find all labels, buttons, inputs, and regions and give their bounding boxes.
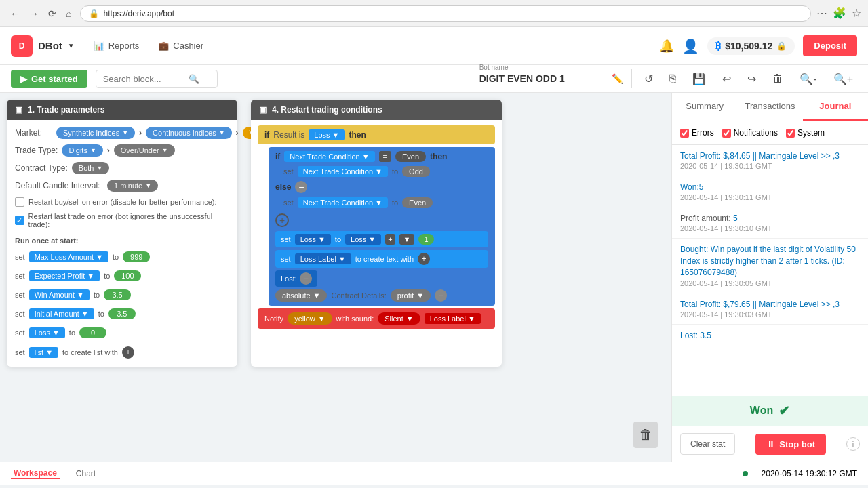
workspace-tab[interactable]: Workspace bbox=[11, 468, 60, 479]
next-trade-cond-odd-dropdown[interactable]: Next Trade Condition ▼ bbox=[298, 166, 388, 177]
notifications-filter[interactable]: Notifications bbox=[722, 128, 778, 138]
contract-remove-btn[interactable]: − bbox=[435, 289, 447, 302]
profit-dropdown[interactable]: profit ▼ bbox=[391, 289, 431, 302]
extensions-icon[interactable]: 🧩 bbox=[833, 7, 846, 20]
chevron-down-icon-12: ▼ bbox=[52, 329, 60, 337]
chevron-down-icon-6: ▼ bbox=[96, 165, 102, 171]
more-icon[interactable]: ⋯ bbox=[816, 7, 827, 20]
bought-link[interactable]: Bought: Win payout if the last digit of … bbox=[680, 245, 856, 277]
system-checkbox[interactable] bbox=[786, 129, 795, 138]
initial-amount-var-dropdown[interactable]: Initial Amount ▼ bbox=[29, 308, 94, 319]
notify-row: Notify yellow ▼ with sound: Silent ▼ Los… bbox=[258, 308, 495, 329]
header-nav: 📊 Reports 💼 Cashier bbox=[85, 35, 212, 56]
total-profit-link-1[interactable]: Total Profit: $,84.65 || Martingale Leve… bbox=[680, 151, 840, 161]
search-area[interactable]: 🔍 bbox=[96, 70, 218, 88]
expected-profit-var-dropdown[interactable]: Expected Profit ▼ bbox=[29, 270, 100, 281]
get-started-button[interactable]: ▶ Get started bbox=[11, 70, 87, 88]
info-icon[interactable]: i bbox=[846, 437, 860, 451]
trash-area: 🗑 bbox=[633, 422, 658, 448]
chart-tab[interactable]: Chart bbox=[73, 469, 98, 479]
redo-button[interactable]: ↪ bbox=[743, 70, 760, 88]
restart-trading-block: ▣ 4. Restart trading conditions if Resul… bbox=[251, 100, 502, 367]
add-text-btn[interactable]: + bbox=[418, 253, 430, 265]
bookmark-icon[interactable]: ☆ bbox=[852, 7, 861, 20]
dbot-chevron-icon[interactable]: ▼ bbox=[68, 42, 75, 49]
trade-params-title: 1. Trade parameters bbox=[28, 105, 104, 115]
absolute-dropdown[interactable]: absolute ▼ bbox=[275, 289, 327, 302]
loss-var-dropdown2[interactable]: Loss ▼ bbox=[295, 234, 331, 245]
restart-trading-header: ▣ 4. Restart trading conditions bbox=[251, 100, 502, 120]
timestamp-4: 2020-05-14 | 19:30:05 GMT bbox=[680, 279, 860, 287]
yellow-dropdown[interactable]: yellow ▼ bbox=[288, 312, 332, 325]
add-list-item-button[interactable]: + bbox=[122, 346, 134, 359]
else-collapse-btn[interactable]: − bbox=[295, 181, 307, 193]
copy-button[interactable]: ⎘ bbox=[665, 70, 680, 87]
silent-dropdown[interactable]: Silent ▼ bbox=[378, 312, 420, 325]
market-label: Market: bbox=[15, 128, 52, 138]
errors-checkbox[interactable] bbox=[680, 129, 689, 138]
loss-label-notify-dropdown[interactable]: Loss Label ▼ bbox=[425, 313, 481, 324]
bot-name-input[interactable] bbox=[479, 73, 607, 84]
edit-bot-name-icon[interactable]: ✏️ bbox=[612, 73, 623, 84]
continuous-indices-dropdown[interactable]: Continuous Indices ▼ bbox=[146, 127, 231, 139]
one-value: 1 bbox=[418, 234, 433, 245]
reload-button[interactable]: ⟳ bbox=[45, 7, 60, 20]
undo2-button[interactable]: ↩ bbox=[718, 70, 735, 88]
reports-label: Reports bbox=[108, 41, 140, 51]
security-icon: 🔒 bbox=[89, 9, 99, 18]
loss-val-dropdown[interactable]: Loss ▼ bbox=[345, 234, 381, 245]
cashier-nav-item[interactable]: 💼 Cashier bbox=[150, 35, 212, 56]
total-profit-link-2[interactable]: Total Profit: $,79.65 || Martingale Leve… bbox=[680, 300, 840, 309]
restart-lasttrade-checkbox[interactable]: ✓ bbox=[15, 216, 24, 225]
synthetic-indices-dropdown[interactable]: Synthetic Indices ▼ bbox=[56, 127, 135, 139]
forward-button[interactable]: → bbox=[26, 7, 42, 20]
plus-operator: + bbox=[385, 234, 395, 245]
zoom-out-button[interactable]: 🔍- bbox=[795, 70, 821, 88]
win-amount-var-dropdown[interactable]: Win Amount ▼ bbox=[29, 289, 90, 300]
next-trade-cond-even-dropdown[interactable]: Next Trade Condition ▼ bbox=[298, 197, 388, 208]
chevron-down-icon-11: ▼ bbox=[81, 310, 89, 318]
system-filter[interactable]: System bbox=[786, 128, 825, 138]
loss-var-dropdown[interactable]: Loss ▼ bbox=[29, 327, 65, 338]
stop-bot-button[interactable]: ⏸ Stop bot bbox=[755, 434, 826, 455]
delete-button[interactable]: 🗑 bbox=[768, 70, 787, 87]
trade-params-collapse-icon[interactable]: ▣ bbox=[15, 105, 22, 115]
loss-condition-dropdown[interactable]: Loss ▼ bbox=[309, 129, 344, 140]
lost-remove-btn[interactable]: − bbox=[300, 272, 312, 285]
undo-button[interactable]: ↺ bbox=[640, 70, 657, 88]
candle-dropdown[interactable]: 1 minute ▼ bbox=[107, 180, 158, 192]
tab-journal[interactable]: Journal bbox=[803, 93, 868, 121]
clear-stat-button[interactable]: Clear stat bbox=[680, 433, 735, 455]
loss-label-dropdown[interactable]: Loss Label ▼ bbox=[295, 253, 351, 264]
restart-trading-collapse-icon[interactable]: ▣ bbox=[259, 105, 267, 115]
tab-summary[interactable]: Summary bbox=[672, 93, 737, 121]
won-link[interactable]: Won:5 bbox=[680, 182, 703, 192]
add-block-btn[interactable]: + bbox=[275, 214, 289, 227]
url-text: https://deriv.app/bot bbox=[103, 9, 174, 18]
reports-nav-item[interactable]: 📊 Reports bbox=[85, 35, 148, 56]
notification-icon[interactable]: 🔔 bbox=[659, 39, 674, 54]
lost-link[interactable]: Lost: 3.5 bbox=[680, 331, 711, 340]
overunder-dropdown[interactable]: Over/Under ▼ bbox=[114, 144, 175, 157]
tab-transactions[interactable]: Transactions bbox=[737, 93, 802, 121]
restart-buysell-checkbox[interactable] bbox=[15, 197, 24, 207]
back-button[interactable]: ← bbox=[7, 7, 23, 20]
initial-amount-label: Initial Amount bbox=[35, 310, 79, 318]
address-bar[interactable]: 🔒 https://deriv.app/bot bbox=[80, 5, 811, 22]
save-button[interactable]: 💾 bbox=[688, 70, 710, 88]
zoom-in-button[interactable]: 🔍+ bbox=[829, 70, 857, 88]
profit-amount-value[interactable]: 5 bbox=[733, 214, 738, 223]
next-trade-cond-dropdown[interactable]: Next Trade Condition ▼ bbox=[284, 151, 374, 162]
both-dropdown[interactable]: Both ▼ bbox=[72, 162, 110, 174]
search-input[interactable] bbox=[103, 74, 184, 84]
to-keyword-4: to bbox=[98, 310, 104, 318]
notifications-checkbox[interactable] bbox=[722, 129, 731, 138]
deposit-button[interactable]: Deposit bbox=[803, 35, 857, 56]
trade-params-body: Market: Synthetic Indices ▼ › Continuous… bbox=[7, 120, 237, 367]
list-var-dropdown[interactable]: list ▼ bbox=[29, 347, 58, 358]
user-icon[interactable]: 👤 bbox=[682, 38, 699, 54]
digits-dropdown[interactable]: Digits ▼ bbox=[62, 144, 102, 157]
max-loss-var-dropdown[interactable]: Max Loss Amount ▼ bbox=[29, 251, 108, 262]
home-button[interactable]: ⌂ bbox=[62, 7, 75, 20]
errors-filter[interactable]: Errors bbox=[680, 128, 714, 138]
